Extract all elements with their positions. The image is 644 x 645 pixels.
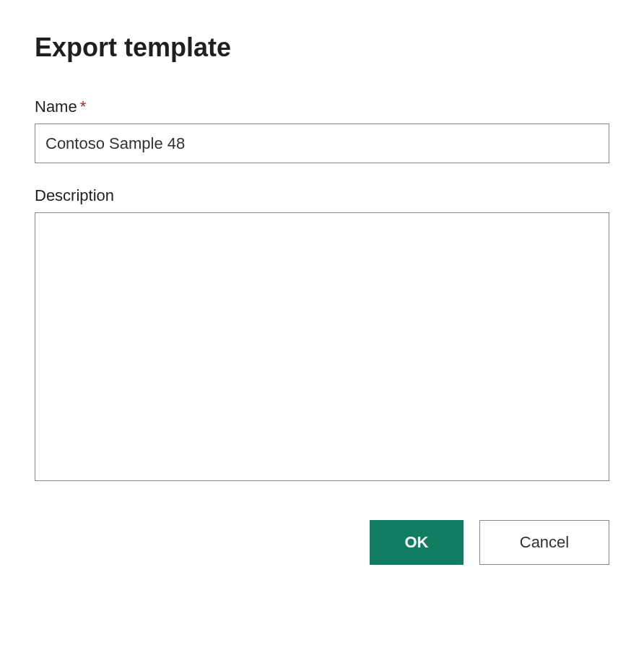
name-label-text: Name: [35, 98, 77, 116]
ok-button[interactable]: OK: [370, 520, 464, 565]
name-field-group: Name*: [35, 98, 609, 163]
button-row: OK Cancel: [35, 520, 609, 565]
description-field-group: Description: [35, 186, 609, 484]
required-asterisk: *: [80, 98, 87, 116]
dialog-title: Export template: [35, 33, 609, 63]
name-input[interactable]: [35, 124, 609, 163]
description-textarea[interactable]: [35, 212, 609, 481]
cancel-button[interactable]: Cancel: [479, 520, 609, 565]
name-label: Name*: [35, 98, 609, 116]
description-label: Description: [35, 186, 609, 205]
